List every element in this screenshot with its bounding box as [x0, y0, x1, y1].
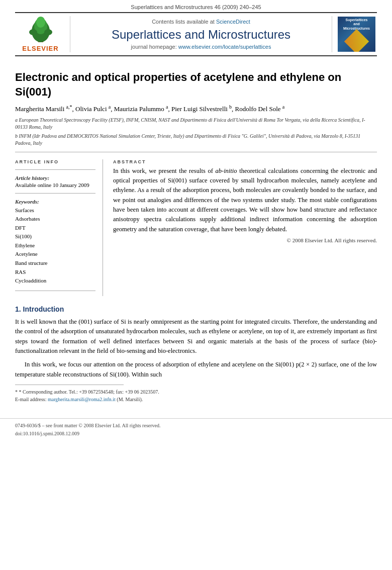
keyword-adsorbates: Adsorbates — [15, 215, 95, 224]
ab-initio-italic: ab-initio — [215, 167, 237, 174]
footnote-email: E-mail address: margherita.marsili@roma2… — [15, 396, 377, 403]
introduction-heading: 1. Introduction — [15, 305, 377, 313]
keyword-ethylene: Ethylene — [15, 241, 95, 250]
abstract-text: In this work, we present the results of … — [113, 166, 377, 235]
svg-point-5 — [44, 29, 52, 35]
keyword-acetylene: Acetylene — [15, 250, 95, 259]
svg-point-3 — [36, 17, 45, 28]
keywords-label: Keywords: — [15, 199, 95, 205]
available-online: Available online 10 January 2009 — [15, 182, 95, 188]
journal-title: Superlattices and Microstructures — [112, 28, 290, 42]
journal-center: Contents lists available at ScienceDirec… — [70, 16, 332, 52]
article-info-label: ARTICLE INFO — [15, 159, 95, 164]
article-info-column: ARTICLE INFO Article history: Available … — [15, 159, 103, 296]
journal-cover: SuperlatticesandMicrostructures — [332, 16, 377, 52]
intro-paragraph-1: It is well known that the (001) surface … — [15, 317, 377, 356]
affiliation-a: a European Theoretical Spectroscopy Faci… — [15, 117, 377, 131]
copyright-line: © 2008 Elsevier Ltd. All rights reserved… — [113, 237, 377, 243]
header-divider — [15, 152, 377, 152]
journal-homepage: journal homepage: www.elsevier.com/locat… — [131, 44, 271, 50]
footnote-star-icon: * — [15, 389, 18, 395]
journal-citation: Superlattices and Microstructures 46 (20… — [0, 0, 392, 12]
homepage-link[interactable]: www.elsevier.com/locate/superlattices — [178, 44, 271, 50]
keyword-si100: Si(100) — [15, 232, 95, 241]
cover-image: SuperlatticesandMicrostructures — [338, 17, 375, 52]
keywords-list: Surfaces Adsorbates DFT Si(100) Ethylene… — [15, 206, 95, 286]
abstract-label: ABSTRACT — [113, 159, 377, 164]
issn-line: 0749-6036/$ – see front matter © 2008 El… — [15, 422, 377, 430]
article-content: Electronic and optical properties of ace… — [0, 56, 392, 413]
article-title: Electronic and optical properties of ace… — [15, 70, 377, 99]
footnote-divider — [15, 385, 124, 385]
section-number: 1. — [15, 305, 21, 313]
bottom-bar: 0749-6036/$ – see front matter © 2008 El… — [0, 418, 392, 441]
history-label: Article history: — [15, 175, 95, 181]
svg-point-4 — [29, 29, 37, 35]
affiliation-b: b INFM (Idr Padova and DEMOCRITOS Nation… — [15, 133, 377, 147]
keywords-divider — [15, 193, 95, 194]
sciencedirect-link[interactable]: ScienceDirect — [216, 19, 250, 25]
footnote-corresponding: * * Corresponding author. Tel.: +39 0672… — [15, 388, 377, 396]
bottom-info-divider — [15, 291, 95, 291]
two-column-layout: ARTICLE INFO Article history: Available … — [15, 159, 377, 296]
intro-paragraph-2: In this work, we focus our attention on … — [15, 360, 377, 379]
footnote-email-link[interactable]: margherita.marsili@roma2.infn.it — [48, 397, 116, 402]
info-divider — [15, 169, 95, 170]
authors-line: Margherita Marsili a,*, Olivia Pulci a, … — [15, 104, 377, 113]
elsevier-logo: ELSEVIER — [15, 16, 70, 52]
keyword-surfaces: Surfaces — [15, 206, 95, 215]
doi-line: doi:10.1016/j.spmi.2008.12.009 — [15, 430, 377, 438]
keyword-ras: RAS — [15, 268, 95, 277]
section-title: Introduction — [23, 305, 64, 313]
contents-line: Contents lists available at ScienceDirec… — [152, 19, 250, 25]
keyword-band-structure: Band structure — [15, 259, 95, 268]
keyword-cycloaddition: Cycloaddition — [15, 276, 95, 286]
keyword-dft: DFT — [15, 224, 95, 233]
abstract-column: ABSTRACT In this work, we present the re… — [113, 159, 377, 296]
journal-header: ELSEVIER Contents lists available at Sci… — [15, 12, 377, 56]
elsevier-tree-icon — [23, 16, 58, 44]
elsevier-label: ELSEVIER — [22, 45, 58, 52]
cover-diamond-graphic — [344, 29, 369, 52]
